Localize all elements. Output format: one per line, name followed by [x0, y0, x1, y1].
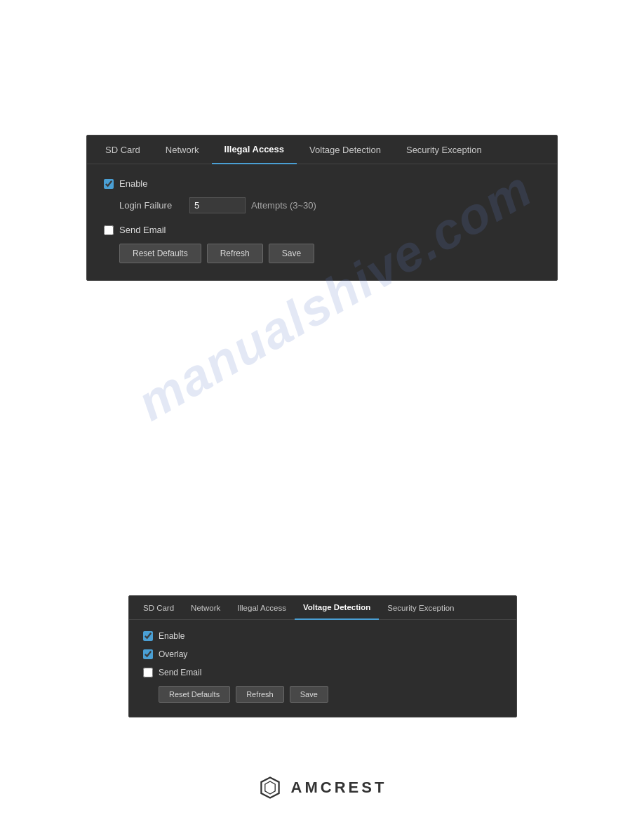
- voltage-detection-panel: SD Card Network Illegal Access Voltage D…: [128, 595, 517, 717]
- bottom-tab-network[interactable]: Network: [182, 597, 229, 619]
- tab-sd-card[interactable]: SD Card: [93, 136, 153, 164]
- overlay-checkbox[interactable]: [143, 649, 153, 659]
- tab-voltage-detection[interactable]: Voltage Detection: [297, 136, 394, 164]
- enable-label: Enable: [119, 178, 147, 189]
- bottom-button-row: Reset Defaults Refresh Save: [159, 686, 502, 703]
- bottom-save-button[interactable]: Save: [290, 686, 328, 703]
- bottom-send-email-row: Send Email: [143, 668, 502, 677]
- bottom-panel-body: Enable Overlay Send Email Reset Defaults…: [129, 620, 516, 717]
- svg-marker-0: [261, 778, 279, 798]
- illegal-access-panel: SD Card Network Illegal Access Voltage D…: [86, 135, 558, 281]
- login-failure-row: Login Failure Attempts (3~30): [119, 197, 540, 213]
- enable-checkbox[interactable]: [104, 179, 114, 189]
- top-button-row: Reset Defaults Refresh Save: [119, 244, 540, 263]
- amcrest-logo-text: AMCREST: [291, 779, 387, 797]
- top-panel-body: Enable Login Failure Attempts (3~30) Sen…: [87, 164, 557, 280]
- tab-security-exception[interactable]: Security Exception: [394, 136, 495, 164]
- login-failure-label: Login Failure: [119, 200, 189, 211]
- save-button[interactable]: Save: [269, 244, 314, 263]
- tab-illegal-access[interactable]: Illegal Access: [212, 135, 297, 164]
- send-email-row: Send Email: [104, 225, 540, 235]
- login-failure-input[interactable]: [189, 197, 246, 213]
- bottom-refresh-button[interactable]: Refresh: [236, 686, 284, 703]
- bottom-send-email-checkbox[interactable]: [143, 668, 153, 677]
- bottom-enable-label: Enable: [159, 631, 185, 641]
- refresh-button[interactable]: Refresh: [207, 244, 263, 263]
- enable-row: Enable: [104, 178, 540, 189]
- send-email-checkbox[interactable]: [104, 225, 114, 235]
- bottom-enable-row: Enable: [143, 631, 502, 641]
- bottom-tab-bar: SD Card Network Illegal Access Voltage D…: [129, 596, 516, 620]
- logo-area: AMCREST: [0, 775, 644, 800]
- reset-defaults-button[interactable]: Reset Defaults: [119, 244, 201, 263]
- attempts-hint: Attempts (3~30): [251, 200, 316, 211]
- tab-network[interactable]: Network: [153, 136, 212, 164]
- bottom-reset-defaults-button[interactable]: Reset Defaults: [159, 686, 230, 703]
- bottom-tab-sd-card[interactable]: SD Card: [135, 597, 182, 619]
- bottom-enable-checkbox[interactable]: [143, 631, 153, 641]
- overlay-row: Overlay: [143, 649, 502, 659]
- svg-marker-1: [264, 781, 274, 794]
- top-tab-bar: SD Card Network Illegal Access Voltage D…: [87, 135, 557, 164]
- bottom-tab-security-exception[interactable]: Security Exception: [379, 597, 462, 619]
- amcrest-logo-icon: [257, 775, 283, 800]
- bottom-tab-voltage-detection[interactable]: Voltage Detection: [295, 596, 379, 620]
- bottom-tab-illegal-access[interactable]: Illegal Access: [229, 597, 295, 619]
- bottom-send-email-label: Send Email: [159, 668, 201, 677]
- send-email-label: Send Email: [119, 225, 166, 235]
- overlay-label: Overlay: [159, 649, 187, 659]
